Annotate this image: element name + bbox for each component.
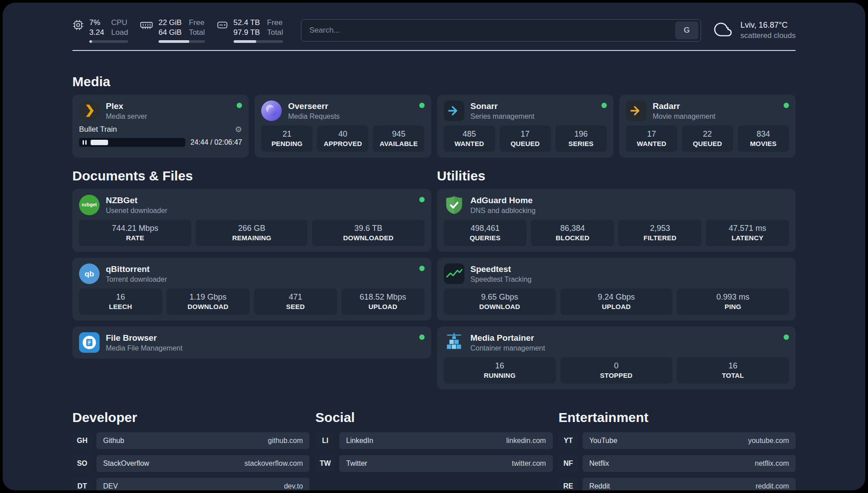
bookmark-link-netflix[interactable]: Netflix netflix.com <box>583 455 796 472</box>
now-playing-title: Bullet Train <box>79 125 117 134</box>
app-name: Overseerr <box>288 101 340 111</box>
sonarr-card[interactable]: Sonarr Series management 485 WANTED 17 Q… <box>437 95 613 158</box>
pause-icon[interactable] <box>83 140 87 145</box>
stat-tile: 485 WANTED <box>444 125 495 152</box>
disk-labels: Free Total <box>267 18 283 37</box>
ram-free-label: Free <box>189 18 205 27</box>
cpu-monitor-body: 7% 3.24 CPU Load <box>89 18 128 43</box>
search-engine-button[interactable]: G <box>675 21 698 39</box>
stat-value: 945 <box>375 130 422 139</box>
status-dot-online <box>419 197 425 202</box>
stat-label: DOWNLOAD <box>446 303 554 311</box>
bookmark-link-twitter[interactable]: Twitter twitter.com <box>339 455 552 472</box>
stat-label: WANTED <box>446 140 493 148</box>
bookmark-abbr: LI <box>315 432 335 449</box>
stats-row: 21 PENDING 40 APPROVED 945 AVAILABLE <box>261 125 424 152</box>
bookmarks-section: Developer GH Github github.com SO StackO… <box>72 410 796 490</box>
stat-label: REMAINING <box>197 234 306 242</box>
app-subtitle: Media File Management <box>106 344 183 352</box>
stat-label: QUERIES <box>446 234 525 242</box>
search-input[interactable] <box>301 20 675 41</box>
bookmark-link-linkedin[interactable]: LinkedIn linkedin.com <box>339 432 552 449</box>
bookmark-link-stackoverflow[interactable]: StackOverflow stackoverflow.com <box>96 455 309 472</box>
stat-value: 0.993 ms <box>679 292 787 302</box>
plex-card[interactable]: Plex Media server Bullet Train ⚙ <box>72 95 249 158</box>
app-name: Plex <box>106 101 147 111</box>
overseerr-titles: Overseerr Media Requests <box>288 101 340 121</box>
stat-label: DOWNLOADED <box>314 234 422 242</box>
portainer-icon <box>444 332 464 353</box>
playback-time: 24:44 / 02:06:47 <box>191 138 242 146</box>
stat-label: MOVIES <box>739 140 787 148</box>
ram-total-label: Total <box>189 28 205 37</box>
bookmark-name: Reddit <box>589 482 610 490</box>
overseerr-card-header: Overseerr Media Requests <box>261 100 424 121</box>
stat-tile: 0.993 ms PING <box>677 288 789 315</box>
stat-value: 618.52 Mbps <box>343 292 423 302</box>
cpu-monitor: 7% 3.24 CPU Load <box>72 18 128 43</box>
disk-free-value: 52.4 TB <box>234 18 260 27</box>
status-dot-online <box>601 103 607 108</box>
settings-gear-icon[interactable]: ⚙ <box>235 125 242 134</box>
cpu-values: 7% 3.24 <box>89 18 104 37</box>
ram-icon <box>140 18 153 43</box>
stat-tile: 16 LEECH <box>79 288 162 315</box>
cpu-label: CPU <box>111 18 128 27</box>
dashboard-page: 7% 3.24 CPU Load <box>3 3 865 490</box>
status-dot-online <box>237 103 242 108</box>
media-grid: Plex Media server Bullet Train ⚙ <box>72 95 796 158</box>
cpu-usage-value: 7% <box>89 18 104 27</box>
bookmark-name: Netflix <box>589 460 609 468</box>
qbittorrent-logo-text: qb <box>84 269 94 278</box>
stat-label: LATENCY <box>708 234 787 242</box>
weather-location: Lviv, 16.87°C <box>740 21 796 30</box>
adguard-card-header: AdGuard Home DNS and adblocking <box>444 195 789 215</box>
filebrowser-card-header: File Browser Media File Management <box>79 332 425 353</box>
player-row: 24:44 / 02:06:47 <box>79 138 242 147</box>
bookmark-link-github[interactable]: Github github.com <box>96 432 309 449</box>
nzbget-card[interactable]: nzbget NZBGet Usenet downloader 74 <box>72 189 431 252</box>
overseerr-card[interactable]: Overseerr Media Requests 21 PENDING 40 A… <box>255 95 431 158</box>
filebrowser-card[interactable]: File Browser Media File Management <box>72 326 431 359</box>
filebrowser-icon <box>79 332 100 353</box>
stat-tile: 22 QUEUED <box>682 125 733 152</box>
stat-value: 471 <box>256 292 335 302</box>
stat-label: RUNNING <box>446 372 554 380</box>
bookmark-abbr: DT <box>72 478 92 490</box>
adguard-titles: AdGuard Home DNS and adblocking <box>471 195 536 215</box>
bookmark-link-reddit[interactable]: Reddit reddit.com <box>583 478 796 490</box>
ram-values: 22 GiB 64 GiB <box>159 18 182 37</box>
cloud-icon <box>713 20 734 41</box>
weather-condition: scattered clouds <box>740 31 796 40</box>
player-progress-strip[interactable] <box>79 138 185 147</box>
stat-label: TOTAL <box>679 372 787 380</box>
stat-label: QUEUED <box>684 140 731 148</box>
speedtest-card[interactable]: Speedtest Speedtest Tracking 9.65 Gbps D… <box>437 258 796 321</box>
bookmark-link-dev[interactable]: DEV dev.to <box>96 478 309 490</box>
utilities-stack: AdGuard Home DNS and adblocking 498,461 … <box>437 189 796 389</box>
stat-label: RATE <box>81 234 189 242</box>
bookmark-abbr: TW <box>315 455 335 472</box>
portainer-card[interactable]: Media Portainer Container management 16 … <box>437 326 796 389</box>
qbittorrent-card[interactable]: qb qBittorrent Torrent downloader <box>72 258 431 321</box>
stat-label: AVAILABLE <box>375 140 422 148</box>
status-dot-online <box>419 334 425 340</box>
disk-monitor: 52.4 TB 97.9 TB Free Total <box>217 18 283 43</box>
bookmark-abbr: RE <box>559 478 578 490</box>
bookmark-link-youtube[interactable]: YouTube youtube.com <box>583 432 796 449</box>
bookmark-row: NF Netflix netflix.com <box>559 455 796 472</box>
app-name: qBittorrent <box>106 264 167 274</box>
radarr-card[interactable]: Radarr Movie management 17 WANTED 22 QUE… <box>619 95 796 158</box>
cpu-chip-icon <box>72 18 84 43</box>
bookmark-name: DEV <box>103 482 118 490</box>
ram-free-value: 22 GiB <box>159 18 182 27</box>
now-playing-row: Bullet Train ⚙ <box>79 125 242 134</box>
overseerr-icon <box>261 100 282 121</box>
stats-row: 17 WANTED 22 QUEUED 834 MOVIES <box>626 125 789 152</box>
disk-icon <box>217 18 228 43</box>
app-subtitle: Movie management <box>653 112 716 121</box>
radarr-titles: Radarr Movie management <box>653 101 716 121</box>
sonarr-icon <box>444 100 464 121</box>
adguard-card[interactable]: AdGuard Home DNS and adblocking 498,461 … <box>437 189 796 252</box>
cpu-load-label: Load <box>111 28 128 37</box>
